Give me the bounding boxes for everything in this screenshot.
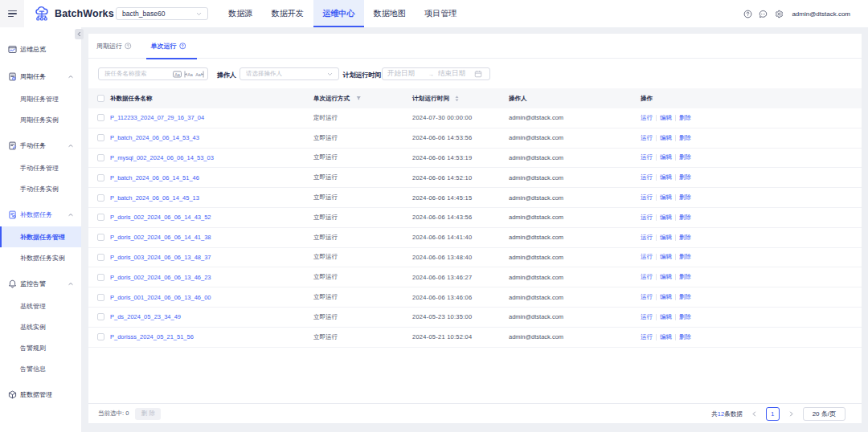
action-编辑[interactable]: 编辑	[660, 293, 672, 301]
action-删除[interactable]: 删除	[679, 333, 691, 341]
action-删除[interactable]: 删除	[679, 194, 691, 202]
column-header-name[interactable]: 补数据任务名称	[110, 95, 313, 103]
row-checkbox[interactable]	[97, 194, 104, 202]
action-编辑[interactable]: 编辑	[660, 273, 672, 281]
action-删除[interactable]: 删除	[679, 253, 691, 261]
action-删除[interactable]: 删除	[679, 153, 691, 161]
message-icon[interactable]	[759, 10, 768, 18]
action-运行[interactable]: 运行	[641, 173, 653, 181]
select-all-checkbox[interactable]	[97, 95, 104, 102]
operator-select[interactable]: 请选择操作人	[240, 67, 339, 80]
top-nav-item-inactive[interactable]: 数据开发	[262, 0, 313, 27]
action-删除[interactable]: 删除	[679, 114, 691, 122]
task-name-link[interactable]: P_dorisss_2024_05_21_51_56	[110, 333, 194, 340]
row-checkbox[interactable]	[97, 174, 104, 181]
action-编辑[interactable]: 编辑	[660, 194, 672, 202]
row-checkbox[interactable]	[97, 254, 104, 261]
sidebar-item-基线管理[interactable]: 基线管理	[0, 295, 81, 316]
action-编辑[interactable]: 编辑	[660, 234, 672, 242]
task-name-link[interactable]: P_ds_2024_05_23_34_49	[110, 313, 181, 320]
row-checkbox[interactable]	[97, 114, 104, 121]
action-删除[interactable]: 删除	[679, 313, 691, 321]
sidebar-item-运维总览[interactable]: 运维总览	[0, 37, 81, 61]
filter-funnel-icon[interactable]	[356, 96, 362, 101]
page-number[interactable]: 1	[766, 407, 780, 421]
sidebar-item-补数据任务[interactable]: 补数据任务	[0, 202, 81, 226]
row-checkbox[interactable]	[97, 274, 104, 281]
action-编辑[interactable]: 编辑	[660, 214, 672, 222]
match-whole-icon[interactable]: Aa	[173, 71, 182, 78]
row-checkbox[interactable]	[97, 214, 104, 221]
task-name-link[interactable]: P_mysql_002_2024_06_06_14_53_03	[110, 154, 214, 161]
sidebar-item-手动任务实例[interactable]: 手动任务实例	[0, 178, 81, 199]
column-header-operator[interactable]: 操作人	[509, 95, 641, 103]
task-name-link[interactable]: P_doris_001_2024_06_06_13_46_00	[110, 294, 211, 301]
action-运行[interactable]: 运行	[641, 214, 653, 222]
action-运行[interactable]: 运行	[641, 234, 653, 242]
action-删除[interactable]: 删除	[679, 173, 691, 181]
tab-周期运行[interactable]: 周期运行	[92, 34, 136, 59]
action-编辑[interactable]: 编辑	[660, 173, 672, 181]
prev-page-icon[interactable]	[751, 411, 757, 417]
task-name-link[interactable]: P_doris_003_2024_06_06_13_48_37	[110, 254, 211, 261]
sorter-icon[interactable]	[455, 96, 459, 102]
task-name-link[interactable]: P_batch_2024_06_06_14_53_43	[110, 134, 199, 141]
top-nav-item-inactive[interactable]: 数据源	[219, 0, 263, 27]
action-删除[interactable]: 删除	[679, 214, 691, 222]
task-name-search-input[interactable]: 按任务名称搜索 Aa Aa Aa	[98, 67, 208, 80]
sidebar-item-周期任务管理[interactable]: 周期任务管理	[0, 88, 81, 109]
project-selector[interactable]: bacth_base60	[116, 7, 208, 20]
sidebar-item-监控告警[interactable]: 监控告警	[0, 271, 81, 295]
menu-toggle-button[interactable]	[0, 0, 24, 27]
action-编辑[interactable]: 编辑	[660, 253, 672, 261]
task-name-link[interactable]: P_doris_002_2024_06_06_14_41_38	[110, 234, 211, 241]
action-运行[interactable]: 运行	[641, 253, 653, 261]
action-运行[interactable]: 运行	[641, 293, 653, 301]
delete-button[interactable]: 删 除	[135, 408, 161, 420]
top-nav-item-inactive[interactable]: 数据地图	[364, 0, 416, 27]
task-name-link[interactable]: P_doris_002_2024_06_06_14_43_52	[110, 214, 211, 221]
brand-logo-icon[interactable]	[35, 6, 51, 22]
task-name-link[interactable]: P_112233_2024_07_29_16_37_04	[110, 114, 204, 121]
sidebar-item-周期任务实例[interactable]: 周期任务实例	[0, 109, 81, 130]
sidebar-item-脏数据管理[interactable]: 脏数据管理	[0, 382, 81, 406]
page-size-select[interactable]: 20 条/页	[803, 407, 845, 421]
sidebar-item-补数据任务实例[interactable]: 补数据任务实例	[0, 247, 81, 268]
sidebar-collapse-handle[interactable]	[75, 29, 84, 39]
row-checkbox[interactable]	[97, 294, 104, 301]
column-header-time[interactable]: 计划运行时间	[412, 95, 509, 103]
row-checkbox[interactable]	[97, 234, 104, 241]
tab-单次运行[interactable]: 单次运行	[147, 34, 190, 59]
task-name-link[interactable]: P_batch_2024_06_06_14_45_13	[110, 194, 199, 202]
account-email[interactable]: admin@dtstack.com	[792, 10, 850, 18]
sidebar-item-基线实例[interactable]: 基线实例	[0, 316, 81, 337]
action-删除[interactable]: 删除	[679, 234, 691, 242]
next-page-icon[interactable]	[788, 411, 794, 417]
action-编辑[interactable]: 编辑	[660, 333, 672, 341]
action-运行[interactable]: 运行	[641, 273, 653, 281]
task-name-link[interactable]: P_batch_2024_06_06_14_51_46	[110, 174, 199, 181]
action-编辑[interactable]: 编辑	[660, 114, 672, 122]
sidebar-item-周期任务[interactable]: 周期任务	[0, 64, 81, 88]
action-运行[interactable]: 运行	[641, 313, 653, 321]
action-编辑[interactable]: 编辑	[660, 313, 672, 321]
top-nav-item-active[interactable]: 运维中心	[313, 0, 365, 27]
sidebar-item-补数据任务管理[interactable]: 补数据任务管理	[0, 226, 81, 247]
action-删除[interactable]: 删除	[679, 134, 691, 142]
action-删除[interactable]: 删除	[679, 293, 691, 301]
action-运行[interactable]: 运行	[641, 114, 653, 122]
task-name-link[interactable]: P_doris_002_2024_06_06_13_46_23	[110, 274, 211, 281]
action-运行[interactable]: 运行	[641, 134, 653, 142]
action-运行[interactable]: 运行	[641, 333, 653, 341]
column-header-method[interactable]: 单次运行方式	[313, 95, 412, 103]
action-运行[interactable]: 运行	[641, 153, 653, 161]
help-icon[interactable]	[743, 10, 752, 18]
sidebar-item-手动任务[interactable]: 手动任务	[0, 133, 81, 157]
action-编辑[interactable]: 编辑	[660, 153, 672, 161]
sidebar-item-手动任务管理[interactable]: 手动任务管理	[0, 157, 81, 178]
row-checkbox[interactable]	[97, 134, 104, 141]
action-编辑[interactable]: 编辑	[660, 134, 672, 142]
row-checkbox[interactable]	[97, 333, 104, 340]
sidebar-item-告警信息[interactable]: 告警信息	[0, 358, 81, 379]
row-checkbox[interactable]	[97, 154, 104, 161]
